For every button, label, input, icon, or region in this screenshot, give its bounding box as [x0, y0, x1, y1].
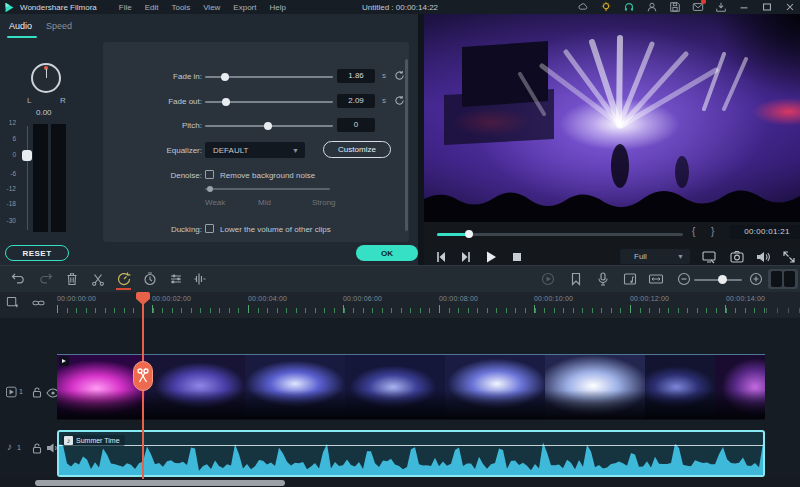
preview-timecode: 00:00:01:21 [730, 225, 800, 239]
fade-out-value[interactable]: 2.09 [337, 94, 375, 108]
menu-view[interactable]: View [203, 3, 220, 12]
meter-scale-6: 6 [0, 135, 16, 142]
timeline-zoom-handle[interactable] [718, 275, 727, 284]
ducking-checkbox[interactable] [205, 224, 214, 233]
fade-in-label: Fade in: [122, 72, 202, 81]
track-height-toggle[interactable] [768, 269, 798, 289]
audio-track-icon: ♪ [7, 441, 12, 452]
menu-file[interactable]: File [119, 3, 132, 12]
save-icon[interactable] [669, 1, 681, 13]
mark-out-icon[interactable]: } [711, 226, 714, 237]
fade-out-unit: s [382, 96, 386, 105]
pitch-label: Pitch: [122, 121, 202, 130]
fade-out-label: Fade out: [122, 97, 202, 106]
marker-icon[interactable] [568, 271, 584, 287]
timeline-horizontal-scrollbar[interactable] [35, 480, 285, 486]
audio-track-number: 1 [17, 444, 21, 451]
ducking-checkbox-label[interactable]: Lower the volume of other clips [220, 225, 331, 234]
menu-export[interactable]: Export [233, 3, 256, 12]
menu-help[interactable]: Help [269, 3, 285, 12]
record-voiceover-icon[interactable] [595, 271, 611, 287]
fit-timeline-icon[interactable] [648, 271, 664, 287]
ruler-ticks-empty [766, 308, 800, 313]
menu-edit[interactable]: Edit [145, 3, 159, 12]
audio-lock-icon[interactable] [30, 442, 44, 454]
delete-icon[interactable] [64, 271, 80, 287]
speed-icon[interactable] [116, 271, 132, 287]
close-button[interactable] [784, 1, 796, 13]
snapshot-camera-icon[interactable] [728, 249, 746, 265]
clip-play-badge [59, 356, 69, 366]
preview-panel: { } 00:00:01:21 Full ▼ [424, 14, 800, 265]
volume-icon[interactable] [754, 249, 772, 265]
play-button[interactable] [482, 249, 500, 265]
previous-frame-button[interactable] [432, 249, 450, 265]
redo-icon[interactable] [38, 271, 54, 287]
color-adjust-icon[interactable] [168, 271, 184, 287]
preview-zoom-dropdown[interactable]: Full ▼ [620, 249, 690, 264]
scissors-icon [134, 362, 152, 390]
quick-split-badge[interactable] [133, 361, 153, 391]
fade-out-slider[interactable] [205, 97, 333, 106]
meter-scale-0: 0 [0, 151, 16, 158]
link-clips-icon[interactable] [32, 297, 45, 309]
fade-in-reset-icon[interactable] [394, 70, 405, 81]
undo-icon[interactable] [10, 271, 26, 287]
zoom-in-icon[interactable] [748, 271, 764, 287]
fade-in-value[interactable]: 1.86 [337, 69, 375, 83]
equalizer-label: Equalizer: [122, 146, 202, 155]
minimize-button[interactable] [738, 1, 750, 13]
play-on-device-icon[interactable] [700, 249, 718, 265]
ok-button[interactable]: OK [356, 245, 418, 261]
export-device-icon[interactable] [715, 1, 727, 13]
fade-in-slider[interactable] [205, 72, 333, 81]
fullscreen-icon[interactable] [780, 249, 798, 265]
preview-seek-handle[interactable] [465, 230, 473, 238]
maximize-button[interactable] [761, 1, 773, 13]
filmora-logo-icon [4, 2, 15, 13]
cloud-icon[interactable] [577, 1, 589, 13]
tips-bulb-icon[interactable] [600, 1, 612, 13]
fade-out-reset-icon[interactable] [394, 95, 405, 106]
pitch-slider[interactable] [205, 121, 333, 130]
pitch-value[interactable]: 0 [337, 118, 375, 132]
tab-audio[interactable]: Audio [9, 21, 32, 31]
balance-left-label: L [27, 96, 31, 105]
volume-envelope-line[interactable] [59, 445, 763, 446]
denoise-checkbox-label[interactable]: Remove background noise [220, 171, 315, 180]
menu-tools[interactable]: Tools [171, 3, 190, 12]
stop-button[interactable] [508, 249, 526, 265]
mark-in-icon[interactable]: { [692, 226, 695, 237]
messages-icon[interactable] [692, 1, 704, 13]
account-icon[interactable] [646, 1, 658, 13]
denoise-level-weak: Weak [205, 198, 225, 207]
menubar: File Edit Tools View Export Help [119, 3, 286, 12]
app-name: Wondershare Filmora [20, 3, 97, 12]
video-clip[interactable] [57, 354, 765, 420]
denoise-checkbox[interactable] [205, 170, 214, 179]
audio-mixer-icon[interactable] [622, 271, 638, 287]
next-frame-button[interactable] [457, 249, 475, 265]
audio-clip[interactable]: ♪ Summer Time [57, 430, 765, 477]
balance-right-label: R [60, 96, 66, 105]
tab-speed[interactable]: Speed [46, 21, 72, 31]
render-preview-icon[interactable] [540, 271, 556, 287]
panel-scrollbar[interactable] [405, 59, 408, 231]
video-lock-icon[interactable] [30, 386, 44, 398]
manage-tracks-icon[interactable] [6, 296, 19, 309]
customize-button[interactable]: Customize [323, 141, 391, 158]
video-track-icon [6, 386, 20, 398]
denoise-level-slider[interactable] [205, 184, 330, 193]
volume-slider-handle[interactable] [22, 150, 32, 161]
reset-button[interactable]: RESET [5, 245, 69, 261]
detach-audio-icon[interactable] [192, 271, 208, 287]
zoom-out-icon[interactable] [676, 271, 692, 287]
fade-in-unit: s [382, 71, 386, 80]
duration-clock-icon[interactable] [142, 271, 158, 287]
active-tab-underline [7, 36, 37, 38]
equalizer-dropdown[interactable]: DEFAULT ▼ [205, 142, 305, 158]
balance-knob[interactable] [31, 63, 61, 93]
split-scissors-icon[interactable] [90, 271, 106, 287]
support-headset-icon[interactable] [623, 1, 635, 13]
preview-seek-bar[interactable] [437, 233, 683, 236]
